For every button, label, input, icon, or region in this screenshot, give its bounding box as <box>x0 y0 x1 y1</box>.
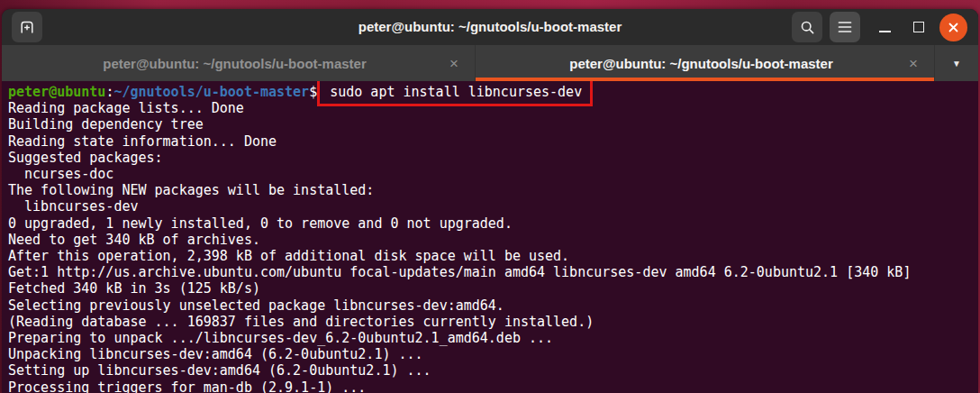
terminal-line: Suggested packages: <box>8 150 978 166</box>
close-icon <box>948 22 959 33</box>
terminal-line: peter@ubuntu:~/gnutools/u-boot-master$ s… <box>8 84 978 100</box>
terminal-window: peter@ubuntu: ~/gnutools/u-boot-master <box>2 9 978 393</box>
output-text: (Reading database ... 169837 files and d… <box>8 314 594 330</box>
terminal-line: Selecting previously unselected package … <box>8 297 978 314</box>
terminal-line: 0 upgraded, 1 newly installed, 0 to remo… <box>8 215 978 232</box>
output-text: 0 upgraded, 1 newly installed, 0 to remo… <box>8 215 513 232</box>
new-tab-button[interactable] <box>12 12 42 42</box>
tab-2[interactable]: peter@ubuntu: ~/gnutools/u-boot-master × <box>476 45 935 81</box>
tab-label: peter@ubuntu: ~/gnutools/u-boot-master <box>32 56 437 71</box>
output-text: Processing triggers for man-db (2.9.1-1)… <box>8 379 366 393</box>
chevron-down-icon: ▼ <box>952 59 961 69</box>
terminal-line: Preparing to unpack .../libncurses-dev_6… <box>8 330 978 346</box>
output-text: Unpacking libncurses-dev:amd64 (6.2-0ubu… <box>8 346 423 362</box>
output-text: Get:1 http://us.archive.ubuntu.com/ubunt… <box>8 264 911 280</box>
terminal-line: Fetched 340 kB in 3s (125 kB/s) <box>8 280 978 297</box>
search-icon <box>800 20 815 35</box>
terminal-line: ncurses-doc <box>8 166 978 182</box>
output-text: Suggested packages: <box>8 150 163 166</box>
window-controls <box>792 12 967 42</box>
output-text: Selecting previously unselected package … <box>8 297 504 314</box>
minimize-button[interactable] <box>871 14 898 41</box>
terminal-line: Get:1 http://us.archive.ubuntu.com/ubunt… <box>8 264 978 280</box>
terminal-line: Processing triggers for man-db (2.9.1-1)… <box>8 379 978 393</box>
terminal-line: Need to get 340 kB of archives. <box>8 232 978 248</box>
tab-close-button[interactable]: × <box>902 51 925 75</box>
search-button[interactable] <box>792 12 822 42</box>
output-text: Building dependency tree <box>8 116 204 133</box>
output-text: Fetched 340 kB in 3s (125 kB/s) <box>8 280 260 297</box>
terminal-output[interactable]: peter@ubuntu:~/gnutools/u-boot-master$ s… <box>2 81 978 393</box>
tab-close-button[interactable]: × <box>442 51 466 75</box>
hamburger-menu-icon <box>838 21 852 33</box>
tab-1[interactable]: peter@ubuntu: ~/gnutools/u-boot-master × <box>2 45 476 81</box>
tab-label: peter@ubuntu: ~/gnutools/u-boot-master <box>506 56 896 71</box>
tab-list-dropdown-button[interactable]: ▼ <box>935 45 978 81</box>
new-tab-icon <box>19 19 35 35</box>
terminal-line: Building dependency tree <box>8 116 978 133</box>
close-button[interactable] <box>939 14 967 41</box>
maximize-icon <box>913 22 924 32</box>
titlebar: peter@ubuntu: ~/gnutools/u-boot-master <box>2 9 978 45</box>
prompt-symbol: $ <box>309 84 317 100</box>
maximize-button[interactable] <box>905 14 932 41</box>
output-text: ncurses-doc <box>8 166 113 182</box>
menu-button[interactable] <box>830 12 860 42</box>
prompt-user: peter@ubuntu <box>8 84 105 100</box>
output-text: Setting up libncurses-dev:amd64 (6.2-0ub… <box>8 362 431 379</box>
highlighted-command: sudo apt install libncurses-dev <box>317 81 593 106</box>
terminal-line: The following NEW packages will be insta… <box>8 182 978 198</box>
output-text: Preparing to unpack .../libncurses-dev_6… <box>8 330 553 346</box>
terminal-line: libncurses-dev <box>8 198 978 215</box>
output-text: libncurses-dev <box>8 198 139 215</box>
output-text: Need to get 340 kB of archives. <box>8 232 260 248</box>
output-text: The following NEW packages will be insta… <box>8 182 374 198</box>
terminal-line: Reading state information... Done <box>8 133 978 150</box>
prompt-path: ~/gnutools/u-boot-master <box>113 84 309 100</box>
terminal-line: After this operation, 2,398 kB of additi… <box>8 248 978 264</box>
tab-bar: peter@ubuntu: ~/gnutools/u-boot-master ×… <box>2 45 978 81</box>
output-text: Reading package lists... Done <box>8 100 244 116</box>
output-text: Reading state information... Done <box>8 133 277 150</box>
terminal-line: Setting up libncurses-dev:amd64 (6.2-0ub… <box>8 362 978 379</box>
terminal-line: (Reading database ... 169837 files and d… <box>8 314 978 330</box>
minimize-icon <box>879 31 891 32</box>
output-text: After this operation, 2,398 kB of additi… <box>8 248 569 264</box>
terminal-line: Unpacking libncurses-dev:amd64 (6.2-0ubu… <box>8 346 978 362</box>
